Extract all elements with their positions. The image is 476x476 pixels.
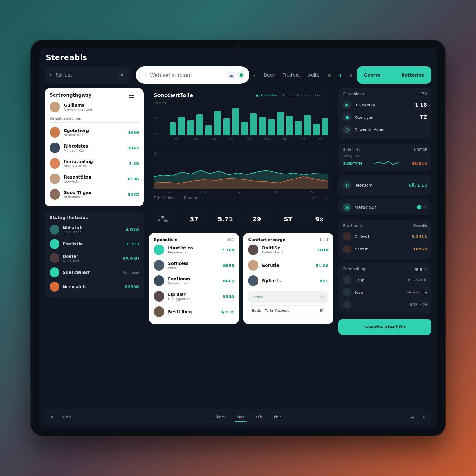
contact-name: Ribcoistes: [64, 143, 124, 148]
search-bar[interactable]: ☁ ⬢: [136, 66, 249, 84]
r-block-3: ◐ Reonsom 6fl. L 16: [338, 175, 431, 195]
center-lists-pair: Bpoketisle tiI Ol IdnatisticoReguenerts …: [149, 233, 333, 324]
bottom-icon-1[interactable]: ⊙: [423, 415, 426, 419]
search-input[interactable]: [150, 72, 227, 78]
area-chart-label: Alb: [154, 152, 328, 156]
stat-icon: ▣: [161, 215, 164, 219]
avatar: [154, 260, 164, 271]
r-row[interactable]: ○Dswontai Avmo: [343, 123, 427, 136]
list-row[interactable]: IdnatisticoReguenerts 7 108: [154, 242, 234, 258]
nav-link-0[interactable]: Ducy: [264, 73, 275, 77]
chart-tab-toggle-a[interactable]: ⊙: [313, 196, 316, 200]
menu-icon[interactable]: [140, 73, 146, 77]
bar-chart-card: SoncdwrtTolle ● Bobrhatton Al unan fil →…: [149, 88, 333, 145]
avatar: [50, 102, 60, 112]
bottom-tab-3[interactable]: Phit: [273, 410, 282, 424]
r-block-4[interactable]: ◉ Matoc Suti: [338, 199, 431, 215]
r-row[interactable]: CaupRES NCT IE: [343, 274, 427, 286]
r-row[interactable]: Cigivw18:1412: [343, 230, 427, 243]
stat-pill[interactable]: ▣ Murlin: [149, 209, 177, 229]
r1-meta: F38: [420, 92, 427, 96]
primary-cta-button[interactable]: Georre Bottering: [357, 66, 431, 84]
bottom-tab-0[interactable]: Ribore!: [212, 410, 228, 424]
rollup-label: Rolllugt: [56, 73, 72, 77]
chart-tab-0[interactable]: Dthetnfiem: [154, 196, 175, 200]
r-row[interactable]: Neatut10958: [343, 243, 427, 255]
stat-pill[interactable]: 9x: [305, 209, 333, 229]
list-row[interactable]: EantloomSuouss llcon 6002: [154, 273, 234, 289]
right-column: CoronblosgF38 ▶Rleustetvy1 18●Xtont yudT…: [338, 88, 431, 405]
avatar: [248, 245, 258, 255]
r-row[interactable]: ▶Rleustetvy1 18: [343, 99, 427, 111]
contacts-title: Sertrongthgwsy: [50, 92, 92, 98]
gear-icon[interactable]: ⚙: [50, 415, 54, 419]
stat-value: Mautreted: [123, 271, 139, 274]
sparkle-icon: ✦: [49, 73, 53, 77]
contact-sub: Nieworn roegtere: [64, 108, 139, 111]
list-row[interactable]: Rpfiarts B2△: [248, 273, 328, 289]
contacts-menu-icon[interactable]: [129, 94, 134, 98]
list-left-card: Bpoketisle tiI Ol IdnatisticoReguenerts …: [149, 233, 239, 324]
more-icon[interactable]: ● ● ○: [415, 267, 427, 271]
r-row[interactable]: ●Xtont yudTZ: [343, 111, 427, 123]
contact-sub: Beadonfluers: [64, 133, 124, 137]
list-row[interactable]: BnitliSoFudertistietd 1018: [248, 242, 328, 258]
avatar: [343, 300, 351, 309]
stat-value: 2. S1I: [126, 242, 139, 246]
stat-row[interactable]: Eoelistie 2. S1I: [50, 237, 139, 251]
stat-pill[interactable]: 37: [180, 209, 208, 229]
contact-value: 4356: [128, 130, 139, 135]
avatar: ◐: [343, 181, 351, 189]
avatar: [50, 225, 60, 235]
list-right-input-row[interactable]: Entrton ⓘ: [248, 291, 328, 303]
r-row[interactable]: 8.22 IK 29: [343, 298, 427, 311]
nav-back-icon[interactable]: ‹: [254, 73, 256, 77]
toggle-icon[interactable]: [417, 205, 427, 209]
list-row[interactable]: BestI lbeg 0/71%: [154, 304, 234, 320]
collapse-icon[interactable]: —: [134, 215, 139, 220]
stat-row[interactable]: NbisrlultSitee Tohes 4 R18: [50, 223, 139, 237]
search-action-icon[interactable]: ⬢: [237, 71, 245, 79]
list-row[interactable]: SornolesShudt hlmf 6556: [154, 258, 234, 273]
left-column: Sertrongthgwsy GuillamsNieworn roegtere …: [45, 88, 144, 405]
r4-label: Matoc Suti: [355, 205, 377, 210]
stat-pill[interactable]: 29: [243, 209, 271, 229]
input-action-icon[interactable]: ⓘ: [320, 294, 325, 300]
wave-icon[interactable]: 〰: [79, 415, 83, 419]
contact-name: Resenttiton: [64, 174, 124, 179]
stat-row[interactable]: DosterAllert Ilaet 6A 6 BI: [50, 251, 139, 265]
avatar: [343, 232, 351, 241]
list-row[interactable]: Eorutle 91.8£: [248, 258, 328, 273]
search-filter-icon[interactable]: ☁: [227, 71, 235, 79]
list-row[interactable]: Lip disrLidaryganmed 555A: [154, 289, 234, 304]
area-chart: [154, 158, 328, 189]
divider: [50, 122, 139, 123]
right-cta-button[interactable]: Scentite Hkenf fos: [338, 319, 431, 335]
featured-contact[interactable]: GuillamsNieworn roegtere: [50, 99, 139, 115]
avatar: [154, 306, 164, 317]
main-grid: Sertrongthgwsy GuillamsNieworn roegtere …: [45, 88, 431, 405]
r-row[interactable]: ToseuATgorspite: [343, 286, 427, 298]
stat-row[interactable]: Ncensiloh 82396: [50, 280, 139, 294]
contact-row[interactable]: IhnrotnalingBetarypmeon 2 30: [50, 156, 139, 171]
stat-pill[interactable]: ST: [274, 209, 302, 229]
contact-row[interactable]: RibcoistesMoivey / Rig 1042: [50, 140, 139, 156]
stat-row[interactable]: Sdal cWietr Mautreted: [50, 265, 139, 280]
nav-link-1[interactable]: Trudwnt: [283, 73, 300, 77]
bottom-tab-2[interactable]: R1fS: [253, 410, 265, 424]
rollup-selector[interactable]: ✦ Rolllugt ▾: [45, 66, 131, 84]
chart-tab-1[interactable]: Boantul: [184, 196, 198, 200]
bottom-tab-1[interactable]: Nas: [236, 410, 245, 424]
contact-value: 2 30: [129, 161, 139, 166]
stat-pill[interactable]: 5.71: [211, 209, 240, 229]
bottom-icon-0[interactable]: ▣: [411, 415, 415, 419]
rollup-expand-icon[interactable]: ▾: [117, 70, 127, 80]
contact-name: Sooo Tligjor: [64, 190, 124, 195]
contact-row[interactable]: CgotatiorgBeadonfluers 4356: [50, 125, 139, 140]
chart-tab-toggle-b[interactable]: ○: [325, 196, 328, 200]
nav-link-2[interactable]: Adite: [308, 73, 319, 77]
avatar: [50, 189, 60, 200]
list-right-title: GunHerkerearge: [248, 237, 285, 242]
contact-row[interactable]: Sooo TligjorBeostodumo 3228: [50, 187, 139, 202]
contact-row[interactable]: ResenttitonCovwedt 0l 86: [50, 171, 139, 187]
